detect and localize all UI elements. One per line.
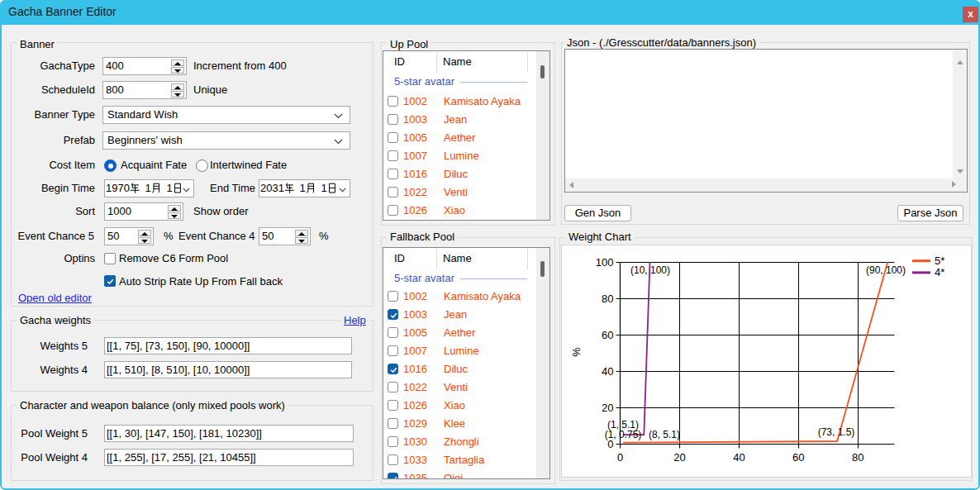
svg-text:80: 80 xyxy=(602,293,613,305)
svg-text:(90, 100): (90, 100) xyxy=(866,264,906,276)
svg-text:5*: 5* xyxy=(935,255,944,267)
svg-text:60: 60 xyxy=(792,451,804,464)
svg-text:40: 40 xyxy=(602,365,613,378)
svg-text:20: 20 xyxy=(673,451,685,464)
svg-text:(1, 0.75): (1, 0.75) xyxy=(605,429,642,440)
svg-text:4*: 4* xyxy=(935,266,944,278)
svg-text:%: % xyxy=(570,347,583,357)
svg-text:(10, 100): (10, 100) xyxy=(630,264,670,276)
svg-text:40: 40 xyxy=(733,451,745,464)
svg-text:60: 60 xyxy=(602,329,613,341)
svg-text:(73, 1.5): (73, 1.5) xyxy=(818,426,855,438)
svg-text:(8, 5.1): (8, 5.1) xyxy=(649,429,680,440)
svg-text:100: 100 xyxy=(596,256,614,269)
svg-text:80: 80 xyxy=(852,451,863,464)
svg-text:20: 20 xyxy=(602,402,613,414)
svg-text:0: 0 xyxy=(617,451,623,464)
